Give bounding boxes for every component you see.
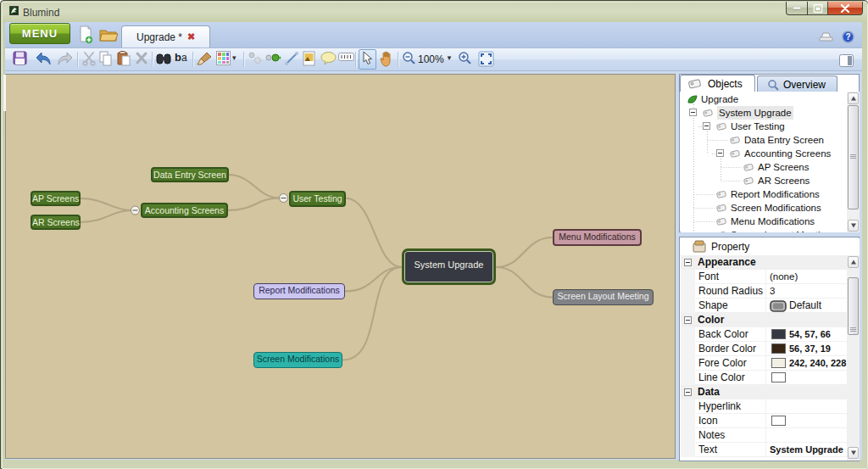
- svg-text:?: ?: [845, 32, 850, 42]
